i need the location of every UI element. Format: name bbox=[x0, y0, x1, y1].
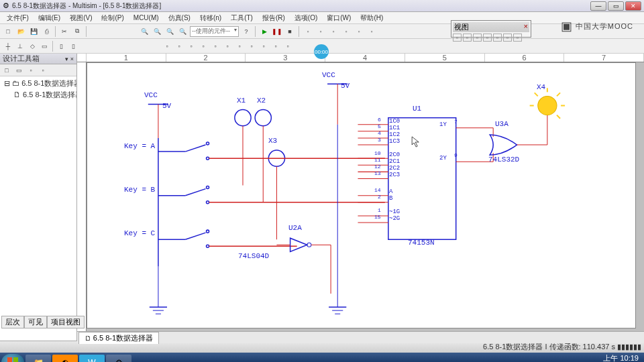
menu-help[interactable]: 帮助(H) bbox=[356, 13, 387, 23]
comp-icon[interactable]: ▫ bbox=[282, 41, 293, 52]
comp-icon[interactable]: ▫ bbox=[270, 41, 281, 52]
tool-icon[interactable]: ◦ bbox=[366, 26, 377, 37]
mini-icon[interactable]: ▫ bbox=[513, 34, 522, 42]
mini-icon[interactable]: ▫ bbox=[503, 34, 512, 42]
component-combo[interactable]: --使用的元件-- bbox=[190, 26, 239, 37]
comp-icon[interactable]: ▫ bbox=[198, 41, 209, 52]
comp-icon[interactable]: ▫ bbox=[234, 41, 245, 52]
mini-icon[interactable]: ▫ bbox=[463, 34, 472, 42]
menu-file[interactable]: 文件(F) bbox=[3, 13, 33, 23]
ruler-vertical bbox=[77, 62, 87, 331]
menu-view[interactable]: 视图(V) bbox=[66, 13, 96, 23]
vcc-label: VCC bbox=[322, 71, 335, 79]
sidebar-close-icon[interactable]: ▾ × bbox=[65, 56, 74, 62]
view-panel[interactable]: 视图× ▫ ▫ ▫ ▫ ▫ ▫ ▫ bbox=[451, 20, 531, 38]
gate-ref: U3A bbox=[495, 120, 508, 128]
tool-icon[interactable]: ◦ bbox=[303, 26, 313, 37]
svg-line-17 bbox=[185, 189, 205, 196]
app-icon: ⚙ bbox=[3, 1, 9, 10]
tree-icon[interactable]: ▫ bbox=[25, 65, 36, 76]
comp-icon[interactable]: ◇ bbox=[27, 41, 38, 52]
menu-options[interactable]: 选项(O) bbox=[290, 13, 321, 23]
zoom-out-icon[interactable]: 🔍 bbox=[152, 26, 162, 37]
comp-icon[interactable]: ▯ bbox=[68, 41, 78, 52]
open-icon[interactable]: 📂 bbox=[15, 26, 26, 37]
tree-icon[interactable]: ▫ bbox=[38, 65, 48, 76]
comp-icon[interactable]: ▯ bbox=[56, 41, 66, 52]
help-icon[interactable]: ? bbox=[241, 26, 252, 37]
play-button[interactable]: ▶ bbox=[259, 26, 270, 37]
maximize-button[interactable]: ▭ bbox=[608, 1, 624, 11]
menubar: 文件(F) 编辑(E) 视图(V) 绘制(P) MCU(M) 仿真(S) 转移(… bbox=[0, 12, 644, 24]
zoom-area-icon[interactable]: 🔍 bbox=[177, 26, 188, 37]
tree-child[interactable]: 🗋 6.5 8-1数据选择器 bbox=[1, 89, 75, 101]
menu-draw[interactable]: 绘制(P) bbox=[97, 13, 127, 23]
tool-icon[interactable]: ◦ bbox=[354, 26, 364, 37]
minimize-button[interactable]: — bbox=[590, 1, 606, 11]
task-icon[interactable]: 📁 bbox=[25, 355, 51, 362]
task-icon[interactable]: ◐ bbox=[52, 355, 78, 362]
mini-icon[interactable]: ▫ bbox=[473, 34, 482, 42]
tool-icon[interactable]: ◦ bbox=[341, 26, 352, 37]
sidebar-tab[interactable]: 可见 bbox=[24, 316, 47, 328]
sidebar-tabs: 层次 可见 项目视图 bbox=[1, 316, 85, 328]
print-icon[interactable]: ⎙ bbox=[41, 26, 52, 37]
mini-icon[interactable]: ▫ bbox=[493, 34, 502, 42]
svg-rect-65 bbox=[7, 357, 12, 362]
tree-icon[interactable]: □ bbox=[1, 65, 12, 76]
menu-transfer[interactable]: 转移(n) bbox=[196, 13, 225, 23]
pause-button[interactable]: ❚❚ bbox=[272, 26, 282, 37]
comp-icon[interactable]: ▫ bbox=[174, 41, 184, 52]
task-icon[interactable]: ⚙ bbox=[106, 355, 131, 362]
menu-report[interactable]: 报告(R) bbox=[258, 13, 289, 23]
probe-label: X2 bbox=[257, 97, 266, 105]
close-button[interactable]: ✕ bbox=[625, 1, 641, 11]
sidebar-tab[interactable]: 项目视图 bbox=[47, 316, 85, 328]
view-panel-title: 视图 bbox=[454, 22, 469, 32]
new-icon[interactable]: □ bbox=[3, 26, 13, 37]
tree-root[interactable]: ⊟ 🗀 6.5 8-1数据选择器 bbox=[1, 78, 75, 89]
comp-icon[interactable]: ▫ bbox=[258, 41, 269, 52]
comp-icon[interactable]: ▭ bbox=[39, 41, 50, 52]
save-icon[interactable]: 💾 bbox=[28, 26, 39, 37]
copy-icon[interactable]: ⧉ bbox=[72, 26, 83, 37]
comp-icon[interactable]: ▫ bbox=[222, 41, 233, 52]
mini-icon[interactable]: ▫ bbox=[453, 34, 462, 42]
comp-icon[interactable]: ▫ bbox=[186, 41, 197, 52]
taskbar-clock[interactable]: 上午 10:19 2019/7/19 星期五 bbox=[582, 354, 643, 362]
start-button[interactable] bbox=[1, 354, 24, 362]
schematic-canvas[interactable]: VCC 5V VCC 5V X1 X2 X3 X4 U1 U2A U3A Key… bbox=[87, 62, 636, 328]
menu-tools[interactable]: 工具(T) bbox=[227, 13, 257, 23]
watermark: ▣中国大学MOOC bbox=[561, 19, 633, 34]
comp-icon[interactable]: ┼ bbox=[3, 41, 13, 52]
cut-icon[interactable]: ✂ bbox=[59, 26, 70, 37]
tool-icon[interactable]: ◦ bbox=[328, 26, 339, 37]
comp-icon[interactable]: ▫ bbox=[246, 41, 257, 52]
svg-rect-66 bbox=[13, 357, 18, 362]
close-icon[interactable]: × bbox=[524, 22, 528, 32]
tree-icon[interactable]: ▭ bbox=[13, 65, 24, 76]
task-icon[interactable]: W bbox=[79, 355, 105, 362]
comp-icon[interactable]: ▫ bbox=[162, 41, 172, 52]
timestamp-bubble: 00:00 bbox=[314, 44, 329, 59]
menu-window[interactable]: 窗口(W) bbox=[323, 13, 355, 23]
document-tabs: 🗋 6.5 8-1数据选择器 bbox=[77, 331, 644, 343]
svg-point-58 bbox=[538, 96, 557, 115]
stop-button[interactable]: ■ bbox=[284, 26, 295, 37]
zoom-fit-icon[interactable]: 🔍 bbox=[164, 26, 175, 37]
voltage-label: 5V bbox=[341, 82, 350, 90]
menu-edit[interactable]: 编辑(E) bbox=[34, 13, 64, 23]
mini-icon[interactable]: ▫ bbox=[483, 34, 492, 42]
comp-icon[interactable]: ▫ bbox=[210, 41, 221, 52]
comp-icon[interactable]: ⊥ bbox=[15, 41, 25, 52]
key-label: Key = B bbox=[124, 186, 155, 194]
lamp-label: X4 bbox=[537, 83, 545, 91]
menu-mcu[interactable]: MCU(M) bbox=[129, 13, 163, 22]
design-tree[interactable]: ⊟ 🗀 6.5 8-1数据选择器 🗋 6.5 8-1数据选择器 bbox=[0, 76, 76, 341]
document-tab[interactable]: 🗋 6.5 8-1数据选择器 bbox=[78, 332, 159, 344]
zoom-in-icon[interactable]: 🔍 bbox=[139, 26, 150, 37]
sidebar-tab[interactable]: 层次 bbox=[1, 316, 24, 328]
menu-sim[interactable]: 仿真(S) bbox=[164, 13, 195, 23]
tool-icon[interactable]: ◦ bbox=[315, 26, 326, 37]
svg-point-24 bbox=[207, 245, 209, 247]
